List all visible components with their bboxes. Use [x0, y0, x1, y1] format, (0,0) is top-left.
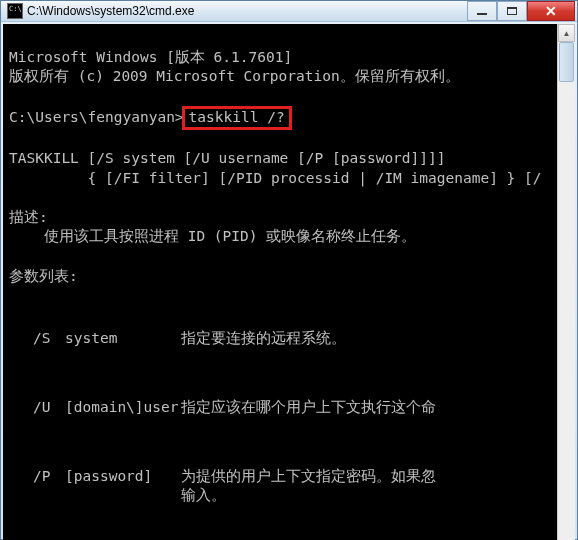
header-line-1: Microsoft Windows [版本 6.1.7601]	[9, 49, 292, 65]
prompt-line: C:\Users\fengyanyan>taskkill /?	[9, 109, 292, 125]
param-flag: /U	[9, 398, 65, 418]
param-row: /P [password] 为提供的用户上下文指定密码。如果忽 输入。	[9, 467, 551, 506]
param-desc: 为提供的用户上下文指定密码。如果忽 输入。	[181, 467, 551, 506]
close-icon: ✕	[545, 3, 557, 19]
command-highlight: taskkill /?	[182, 106, 292, 129]
cmd-window: C:\Windows\system32\cmd.exe ✕ Microsoft …	[0, 0, 578, 540]
scroll-thumb-v[interactable]	[559, 42, 574, 82]
cmd-icon	[7, 3, 23, 19]
window-buttons: ✕	[467, 1, 575, 21]
params-heading: 参数列表:	[9, 268, 78, 284]
desc-text: 使用该工具按照进程 ID (PID) 或映像名称终止任务。	[9, 228, 416, 244]
param-flag: /S	[9, 329, 65, 349]
titlebar[interactable]: C:\Windows\system32\cmd.exe ✕	[1, 1, 577, 22]
prompt-path: C:\Users\fengyanyan>	[9, 109, 184, 125]
param-row: /S system 指定要连接的远程系统。	[9, 329, 551, 349]
usage-line-2: { [/FI filter] [/PID processid | /IM ima…	[9, 170, 542, 186]
console-wrap: Microsoft Windows [版本 6.1.7601] 版权所有 (c)…	[1, 22, 577, 540]
param-name: system	[65, 329, 181, 349]
maximize-button[interactable]	[497, 1, 527, 21]
maximize-icon	[507, 7, 517, 15]
param-name: [password]	[65, 467, 181, 506]
close-button[interactable]: ✕	[527, 1, 575, 21]
param-name: [domain\]user	[65, 398, 181, 418]
param-flag: /P	[9, 467, 65, 506]
console-output[interactable]: Microsoft Windows [版本 6.1.7601] 版权所有 (c)…	[3, 24, 557, 540]
header-line-2: 版权所有 (c) 2009 Microsoft Corporation。保留所有…	[9, 68, 460, 84]
desc-heading: 描述:	[9, 209, 48, 225]
scroll-track-v[interactable]	[558, 42, 575, 540]
vertical-scrollbar[interactable]: ▲ ▼	[557, 24, 575, 540]
param-desc: 指定应该在哪个用户上下文执行这个命	[181, 398, 551, 418]
window-title: C:\Windows\system32\cmd.exe	[27, 4, 467, 18]
params-table: /S system 指定要连接的远程系统。 /U [domain\]user 指…	[9, 290, 551, 540]
minimize-button[interactable]	[467, 1, 497, 21]
param-desc: 指定要连接的远程系统。	[181, 329, 551, 349]
param-row: /U [domain\]user 指定应该在哪个用户上下文执行这个命	[9, 398, 551, 418]
usage-line-1: TASKKILL [/S system [/U username [/P [pa…	[9, 150, 446, 166]
scroll-up-button[interactable]: ▲	[558, 24, 575, 42]
minimize-icon	[477, 13, 487, 15]
